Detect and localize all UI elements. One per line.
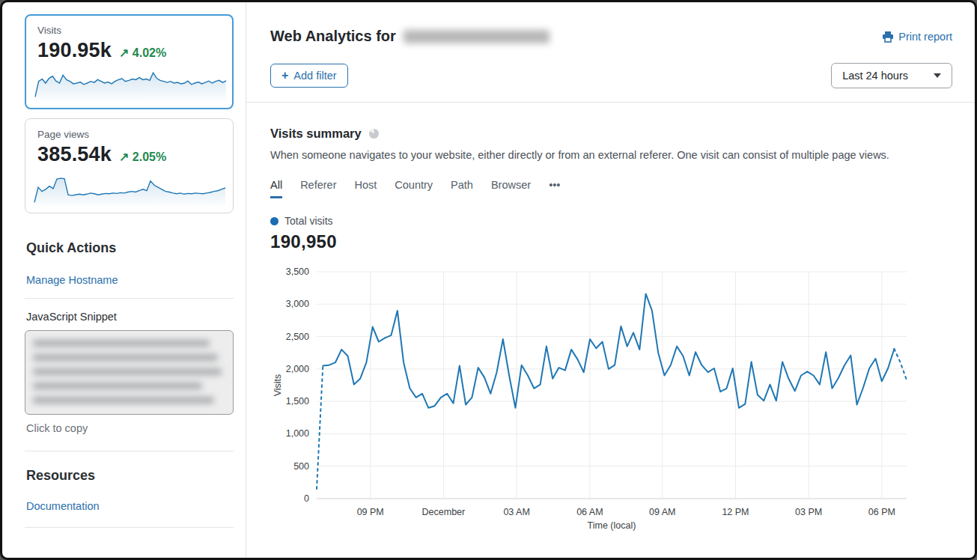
click-to-copy-hint: Click to copy bbox=[26, 422, 234, 434]
svg-text:1,500: 1,500 bbox=[286, 396, 309, 407]
divider bbox=[25, 451, 234, 451]
metric-value: 190.95k bbox=[37, 39, 112, 62]
metric-label: Visits bbox=[37, 25, 221, 36]
svg-text:1,000: 1,000 bbox=[286, 428, 309, 439]
time-range-value: Last 24 hours bbox=[842, 70, 908, 82]
main-content: Web Analytics for Print report + Add fil… bbox=[246, 2, 975, 558]
add-filter-button[interactable]: + Add filter bbox=[270, 64, 348, 88]
javascript-snippet-code-box[interactable] bbox=[25, 330, 234, 415]
web-analytics-page: Visits 190.95k ↗ 4.02% Page views 385.54… bbox=[0, 0, 977, 560]
visits-summary-description: When someone navigates to your website, … bbox=[270, 149, 952, 161]
svg-text:2,500: 2,500 bbox=[286, 332, 309, 342]
visits-summary-heading: Visits summary bbox=[270, 127, 362, 141]
page-views-sparkline-chart bbox=[33, 166, 227, 208]
metric-label: Page views bbox=[37, 129, 221, 140]
pie-chart-help-icon[interactable] bbox=[368, 128, 380, 139]
metric-change: ↗ 4.02% bbox=[119, 46, 166, 60]
svg-text:03 PM: 03 PM bbox=[795, 507, 822, 517]
svg-text:2,000: 2,000 bbox=[286, 364, 309, 374]
svg-text:06 PM: 06 PM bbox=[868, 507, 895, 517]
svg-text:December: December bbox=[422, 507, 466, 517]
resources-heading: Resources bbox=[26, 468, 234, 484]
tab-country[interactable]: Country bbox=[395, 179, 433, 198]
svg-text:03 AM: 03 AM bbox=[503, 507, 529, 517]
redacted-code-line bbox=[33, 340, 210, 347]
svg-text:3,500: 3,500 bbox=[286, 267, 309, 277]
svg-text:Time (local): Time (local) bbox=[588, 520, 636, 531]
legend-dot-icon bbox=[270, 217, 279, 225]
tab-[interactable]: ••• bbox=[549, 179, 560, 198]
divider bbox=[246, 102, 975, 103]
quick-actions-heading: Quick Actions bbox=[26, 240, 234, 256]
divider bbox=[25, 298, 234, 299]
svg-text:09 PM: 09 PM bbox=[357, 507, 384, 517]
print-report-link[interactable]: Print report bbox=[882, 31, 952, 43]
redacted-code-line bbox=[33, 397, 214, 404]
tab-referer[interactable]: Referer bbox=[300, 179, 336, 198]
metric-value: 385.54k bbox=[37, 143, 112, 166]
redacted-code-line bbox=[33, 368, 222, 375]
svg-text:09 AM: 09 AM bbox=[649, 507, 675, 517]
total-visits-value: 190,950 bbox=[270, 231, 952, 252]
trend-up-icon: ↗ bbox=[119, 150, 129, 163]
line-chart-svg: 05001,0001,5002,0002,5003,0003,50009 PMD… bbox=[270, 264, 958, 531]
legend-label: Total visits bbox=[284, 215, 333, 227]
chevron-down-icon bbox=[934, 73, 941, 78]
redacted-code-line bbox=[33, 354, 218, 361]
svg-text:500: 500 bbox=[293, 461, 309, 472]
metric-card-page-views[interactable]: Page views 385.54k ↗ 2.05% bbox=[25, 118, 234, 213]
javascript-snippet-label: JavaScript Snippet bbox=[26, 311, 234, 323]
printer-icon bbox=[882, 31, 894, 43]
tab-all[interactable]: All bbox=[270, 179, 282, 198]
svg-text:Visits: Visits bbox=[273, 374, 283, 397]
documentation-link[interactable]: Documentation bbox=[26, 500, 234, 512]
metric-card-visits[interactable]: Visits 190.95k ↗ 4.02% bbox=[25, 14, 234, 109]
page-title: Web Analytics for bbox=[270, 28, 396, 45]
visits-sparkline-chart bbox=[34, 61, 228, 103]
sidebar: Visits 190.95k ↗ 4.02% Page views 385.54… bbox=[2, 2, 246, 558]
tab-path[interactable]: Path bbox=[451, 179, 473, 198]
divider bbox=[25, 527, 234, 528]
svg-text:06 AM: 06 AM bbox=[576, 507, 603, 517]
plus-icon: + bbox=[281, 69, 288, 82]
manage-hostname-link[interactable]: Manage Hostname bbox=[26, 274, 234, 286]
redacted-domain-name bbox=[404, 30, 550, 43]
dimension-tabs: AllRefererHostCountryPathBrowser••• bbox=[270, 179, 952, 198]
svg-text:3,000: 3,000 bbox=[286, 299, 309, 309]
svg-text:12 PM: 12 PM bbox=[722, 507, 749, 517]
visits-line-chart: 05001,0001,5002,0002,5003,0003,50009 PMD… bbox=[270, 264, 952, 534]
tab-host[interactable]: Host bbox=[354, 179, 377, 198]
metric-change: ↗ 2.05% bbox=[119, 150, 166, 164]
redacted-code-line bbox=[33, 383, 202, 389]
time-range-dropdown[interactable]: Last 24 hours bbox=[831, 63, 952, 88]
svg-text:0: 0 bbox=[304, 493, 309, 504]
tab-browser[interactable]: Browser bbox=[491, 179, 531, 198]
trend-up-icon: ↗ bbox=[119, 46, 129, 59]
